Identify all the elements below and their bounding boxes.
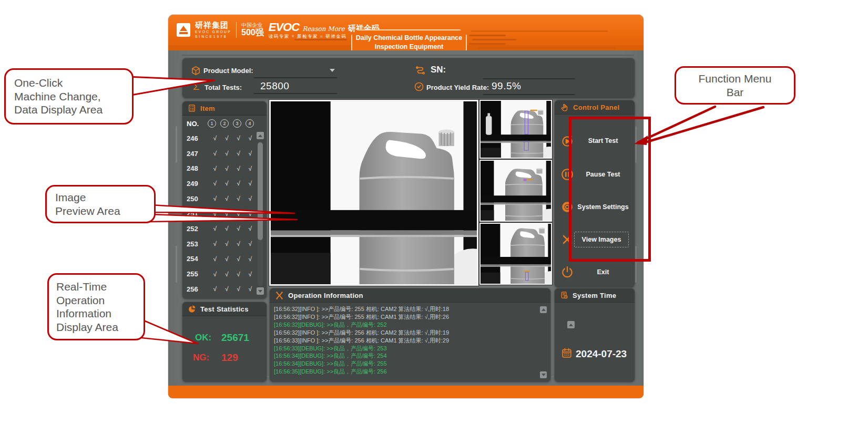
camera-column-number: 3 xyxy=(233,119,241,128)
exit-label: Exit xyxy=(574,268,632,276)
check-mark: √ xyxy=(221,195,232,202)
row-number: 246 xyxy=(182,134,209,142)
ng-value: 129 xyxy=(221,352,238,364)
item-panel-header: Item xyxy=(182,101,267,116)
check-mark: √ xyxy=(244,150,256,157)
yield-field xyxy=(483,94,575,95)
table-row[interactable]: 255√√√√ xyxy=(182,266,256,282)
body-decor xyxy=(176,126,177,163)
sigma-icon xyxy=(192,81,201,91)
system-time-header: System Time xyxy=(555,288,635,303)
crossed-tools-icon xyxy=(275,291,284,300)
check-mark: √ xyxy=(232,210,244,217)
check-mark: √ xyxy=(232,165,244,172)
item-scroll-down-button[interactable] xyxy=(257,287,264,295)
test-statistics-panel: Test Statistics OK: 25671 NG: 129 xyxy=(182,302,267,382)
check-mark: √ xyxy=(209,255,221,263)
row-number: 248 xyxy=(182,164,209,172)
log-line: [16:56:33][DEBUG]: >>良品，产品编号: 253 xyxy=(274,345,539,353)
item-col-headers: 1234 xyxy=(206,119,256,128)
test-statistics-header: Test Statistics xyxy=(182,302,267,316)
log-line: [16:56:33][INFO ]: >>产品编号: 256 相机: CAM1 … xyxy=(274,337,539,345)
check-mark: √ xyxy=(221,225,232,232)
check-mark: √ xyxy=(221,271,232,278)
check-mark: √ xyxy=(232,285,244,293)
check-mark: √ xyxy=(209,225,221,232)
log-area[interactable]: [16:56:32][INFO ]: >>产品编号: 255 相机: CAM2 … xyxy=(274,305,539,379)
log-line: [16:56:32][INFO ]: >>产品编号: 255 相机: CAM2 … xyxy=(274,305,539,313)
check-mark: √ xyxy=(221,165,232,172)
header-decor-line xyxy=(469,35,506,36)
header-decor-line xyxy=(472,39,516,40)
yield-value: 99.5% xyxy=(492,80,521,92)
header-decor-line xyxy=(478,47,615,49)
chevron-down-icon[interactable] xyxy=(330,69,335,72)
system-time-scroll-up-button[interactable] xyxy=(567,321,575,328)
operation-info-title: Operation Information xyxy=(288,292,363,299)
pie-chart-icon xyxy=(188,305,196,313)
table-row[interactable]: 253√√√√ xyxy=(182,236,256,252)
exit-button[interactable]: Exit xyxy=(556,262,632,283)
check-mark: √ xyxy=(244,165,256,172)
table-row[interactable]: 252√√√√ xyxy=(182,221,256,236)
table-row[interactable]: 248√√√√ xyxy=(182,161,256,176)
camera-3-image xyxy=(481,224,551,284)
ok-value: 25671 xyxy=(221,332,249,344)
row-number: 253 xyxy=(182,240,209,248)
hand-pointer-icon xyxy=(560,103,569,112)
check-mark: √ xyxy=(232,271,244,278)
log-scroll-down-button[interactable] xyxy=(540,371,547,378)
top500-line2: 500强 xyxy=(241,28,264,37)
check-mark: √ xyxy=(244,240,256,247)
row-number: 252 xyxy=(182,225,209,233)
camera-thumbnail-3[interactable] xyxy=(479,223,552,285)
log-line: [16:56:35][DEBUG]: >>良品，产品编号: 256 xyxy=(274,368,539,376)
callout-image-preview: Image Preview Area xyxy=(45,185,156,223)
check-mark: √ xyxy=(244,134,256,142)
check-mark: √ xyxy=(221,255,232,263)
item-table-body: 246√√√√247√√√√248√√√√249√√√√250√√√√251√√… xyxy=(182,131,256,297)
since-text: SINCE1978 xyxy=(195,35,231,39)
check-mark: √ xyxy=(232,225,244,232)
product-model-label: Product Model: xyxy=(203,67,253,75)
check-mark: √ xyxy=(209,180,221,187)
camera-thumbnail-2[interactable] xyxy=(479,160,552,222)
check-mark: √ xyxy=(209,285,221,293)
camera-thumbnail-1[interactable] xyxy=(479,100,552,159)
table-row[interactable]: 247√√√√ xyxy=(182,146,256,161)
group-name-block: 研祥集团 EVOC GROUP SINCE1978 xyxy=(195,21,231,38)
sn-input[interactable] xyxy=(483,78,575,79)
row-number: 247 xyxy=(182,150,209,158)
check-mark: √ xyxy=(244,195,256,202)
product-model-select[interactable] xyxy=(254,77,337,78)
table-row[interactable]: 246√√√√ xyxy=(182,131,256,146)
table-row[interactable]: 251√√√√ xyxy=(182,206,256,221)
page: 研祥集团 EVOC GROUP SINCE1978 中国企业 500强 EVOC… xyxy=(0,0,868,425)
total-tests-label: Total Tests: xyxy=(205,84,242,91)
doc-clock-icon xyxy=(560,291,568,299)
total-tests-field[interactable] xyxy=(254,93,337,94)
table-row[interactable]: 249√√√√ xyxy=(182,176,256,191)
header-decor-line xyxy=(294,39,347,40)
evoc-logo-icon xyxy=(177,23,190,37)
app-header: 研祥集团 EVOC GROUP SINCE1978 中国企业 500强 EVOC… xyxy=(168,15,644,50)
log-line: [16:56:32][INFO ]: >>产品编号: 256 相机: CAM2 … xyxy=(274,329,539,337)
check-mark: √ xyxy=(244,180,256,187)
test-statistics-title: Test Statistics xyxy=(200,305,249,313)
check-mark: √ xyxy=(209,240,221,247)
table-row[interactable]: 254√√√√ xyxy=(182,252,256,267)
table-row[interactable]: 256√√√√ xyxy=(182,282,256,297)
check-mark: √ xyxy=(209,134,221,142)
camera-column-number: 4 xyxy=(246,119,254,128)
item-scrollbar-thumb[interactable] xyxy=(258,142,263,240)
callout-operation-info: Real-Time Operation Information Display … xyxy=(47,273,145,340)
log-scroll-up-button[interactable] xyxy=(540,306,547,313)
ng-label: NG: xyxy=(193,353,209,363)
operation-info-panel: Operation Information [16:56:32][INFO ]:… xyxy=(269,288,551,382)
table-row[interactable]: 250√√√√ xyxy=(182,191,256,206)
check-mark: √ xyxy=(221,210,232,217)
top500-block: 中国企业 500强 xyxy=(241,23,264,37)
check-mark: √ xyxy=(232,240,244,247)
row-number: 255 xyxy=(182,270,209,278)
item-scroll-up-button[interactable] xyxy=(257,132,264,139)
